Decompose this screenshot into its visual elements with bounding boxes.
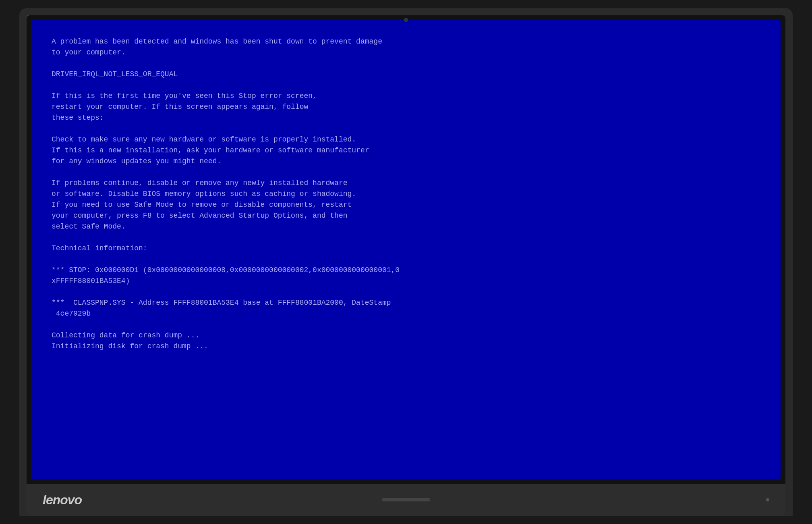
bsod-line6: If this is the first time you've seen th…	[52, 92, 317, 100]
bsod-line25: *** CLASSPNP.SYS - Address FFFF88001BA53…	[52, 299, 391, 307]
bsod-line22: *** STOP: 0x000000D1 (0x0000000000000008…	[52, 266, 400, 274]
laptop-body: A problem has been detected and windows …	[19, 8, 793, 516]
bsod-line17: your computer, press F8 to select Advanc…	[52, 212, 348, 220]
power-indicator	[766, 498, 769, 501]
bsod-line10: Check to make sure any new hardware or s…	[52, 135, 356, 143]
bsod-line7: restart your computer. If this screen ap…	[52, 103, 308, 111]
screen-bezel: A problem has been detected and windows …	[27, 15, 785, 484]
bsod-line28: Collecting data for crash dump ...	[52, 331, 199, 339]
laptop-bottom-bar: lenovo	[27, 484, 785, 516]
bsod-line18: select Safe Mode.	[52, 222, 126, 231]
webcam	[404, 18, 408, 22]
bsod-line8: these steps:	[52, 114, 104, 122]
bsod-content: A problem has been detected and windows …	[52, 36, 760, 352]
bsod-line11: If this is a new installation, ask your …	[52, 146, 369, 154]
bsod-screen: A problem has been detected and windows …	[31, 20, 781, 479]
bsod-line2: to your computer.	[52, 48, 126, 56]
bsod-line23: xFFFFF88001BA53E4)	[52, 277, 130, 285]
bsod-line29: Initializing disk for crash dump ...	[52, 342, 208, 350]
brand-logo: lenovo	[43, 493, 82, 507]
bsod-line15: or software. Disable BIOS memory options…	[52, 190, 356, 198]
bsod-line14: If problems continue, disable or remove …	[52, 179, 348, 187]
bsod-line12: for any windows updates you might need.	[52, 157, 221, 165]
trackpad-indicator	[382, 498, 430, 501]
bsod-line16: If you need to use Safe Mode to remove o…	[52, 201, 352, 209]
bsod-line20: Technical information:	[52, 244, 147, 252]
bsod-line1: A problem has been detected and windows …	[52, 37, 382, 46]
bsod-line4: DRIVER_IRQL_NOT_LESS_OR_EQUAL	[52, 70, 178, 78]
bsod-line26: 4ce7929b	[52, 310, 91, 318]
